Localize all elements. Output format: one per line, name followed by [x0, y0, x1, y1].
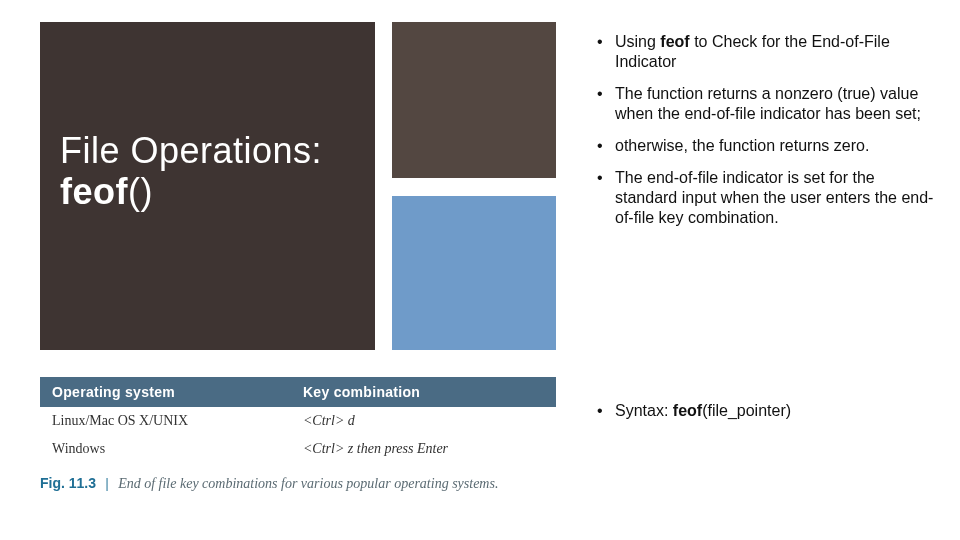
- key-combo-table: Operating system Key combination Linux/M…: [40, 377, 556, 463]
- cell-key: <Ctrl> z then press Enter: [291, 435, 556, 463]
- cell-os: Windows: [40, 435, 291, 463]
- bullet-syntax: Syntax: feof(file_pointer): [597, 400, 937, 422]
- slide-title: File Operations: feof(): [60, 130, 360, 213]
- figure-caption: Fig. 11.3 | End of file key combinations…: [40, 475, 556, 492]
- bullet-4: The end-of-file indicator is set for the…: [597, 168, 937, 228]
- syntax-arg: (file_pointer): [702, 402, 791, 419]
- cell-key: <Ctrl> d: [291, 407, 556, 435]
- bullet-3: otherwise, the function returns zero.: [597, 136, 937, 156]
- title-line1: File Operations:: [60, 130, 322, 171]
- title-paren: (): [128, 171, 153, 212]
- table-row: Windows <Ctrl> z then press Enter: [40, 435, 556, 463]
- bullet-2: The function returns a nonzero (true) va…: [597, 84, 937, 124]
- figure-table: Operating system Key combination Linux/M…: [40, 377, 556, 492]
- caption-text: End of file key combinations for various…: [118, 476, 498, 491]
- decor-block-brown: [392, 22, 556, 178]
- table-row: Linux/Mac OS X/UNIX <Ctrl> d: [40, 407, 556, 435]
- key-mod: <Ctrl>: [303, 413, 348, 428]
- decor-block-blue: [392, 196, 556, 350]
- syntax-fn: feof: [673, 402, 702, 419]
- bullet-1-pre: Using: [615, 33, 660, 50]
- th-os: Operating system: [40, 377, 291, 407]
- key-mod: <Ctrl>: [303, 441, 348, 456]
- bullet-list: Using feof to Check for the End-of-File …: [597, 32, 937, 240]
- slide: File Operations: feof() Using feof to Ch…: [0, 0, 960, 540]
- bullet-1: Using feof to Check for the End-of-File …: [597, 32, 937, 72]
- key-letter: d: [348, 413, 355, 428]
- key-post: then press Enter: [353, 441, 448, 456]
- bullet-1-strong: feof: [660, 33, 689, 50]
- syntax-label: Syntax:: [615, 402, 668, 419]
- caption-figno: Fig. 11.3: [40, 475, 96, 491]
- syntax-bullet: Syntax: feof(file_pointer): [597, 400, 937, 422]
- title-fn: feof: [60, 171, 128, 212]
- th-key: Key combination: [291, 377, 556, 407]
- cell-os: Linux/Mac OS X/UNIX: [40, 407, 291, 435]
- caption-bar: |: [100, 476, 115, 491]
